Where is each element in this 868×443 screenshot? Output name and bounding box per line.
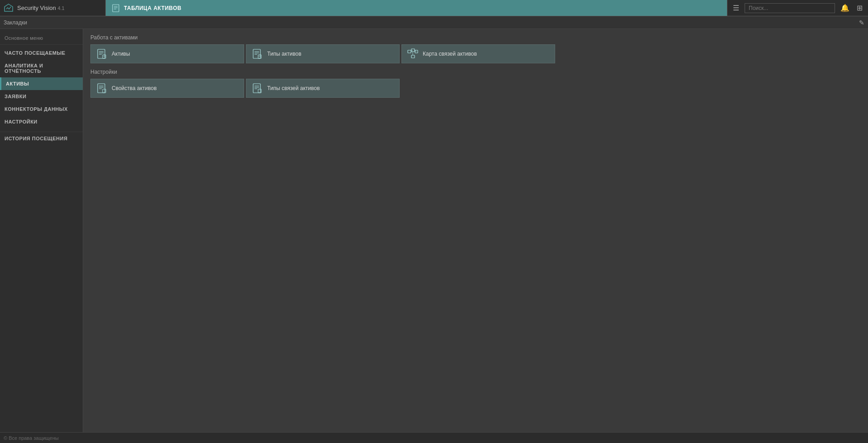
svg-rect-5 (98, 49, 105, 58)
bell-button[interactable]: 🔔 (839, 2, 851, 14)
app-title: Security Vision 4.1 (17, 5, 65, 11)
sidebar-item-requests[interactable]: ЗАЯВКИ (0, 90, 83, 103)
svg-marker-0 (5, 4, 13, 11)
tile-relation-types-label: Типы связей активов (267, 85, 320, 91)
tile-asset-props-label: Свойства активов (112, 85, 157, 91)
bookmarks-label: Закладки (4, 19, 27, 26)
hamburger-button[interactable]: ☰ (731, 2, 741, 14)
svg-rect-20 (411, 55, 415, 58)
work-section-title: Работа с активами (90, 34, 861, 41)
svg-rect-9 (103, 55, 106, 58)
active-tab: ТАБЛИЦА АКТИВОВ (106, 0, 727, 16)
tile-asset-props-icon (96, 83, 107, 94)
tile-assets-icon (96, 48, 107, 59)
top-bar: Security Vision 4.1 ТАБЛИЦА АКТИВОВ ☰ 🔔 … (0, 0, 868, 16)
tile-assets-label: Активы (112, 51, 130, 57)
svg-rect-33 (258, 89, 261, 93)
bookmarks-bar: Закладки ✎ (0, 16, 868, 29)
app-version-text: 4.1 (57, 5, 64, 11)
tile-asset-map[interactable]: Карта связей активов (401, 44, 555, 63)
logo-area: Security Vision 4.1 (0, 0, 106, 16)
logo-icon (4, 3, 14, 13)
sidebar-item-settings[interactable]: НАСТРОЙКИ (0, 115, 83, 128)
svg-rect-1 (113, 5, 119, 12)
work-tiles-row: Активы Типы активов (90, 44, 861, 63)
svg-rect-18 (411, 49, 415, 52)
svg-rect-11 (253, 49, 260, 58)
svg-rect-24 (98, 84, 105, 93)
sidebar: Основное меню ЧАСТО ПОСЕЩАЕМЫЕ АНАЛИТИКА… (0, 29, 83, 432)
svg-rect-29 (253, 84, 260, 93)
main-layout: Основное меню ЧАСТО ПОСЕЩАЕМЫЕ АНАЛИТИКА… (0, 29, 868, 432)
sidebar-item-frequent[interactable]: ЧАСТО ПОСЕЩАЕМЫЕ (0, 47, 83, 59)
sidebar-item-connectors[interactable]: КОННЕКТОРЫ ДАННЫХ (0, 103, 83, 115)
tile-relation-types[interactable]: Типы связей активов (246, 79, 400, 98)
header-right: ☰ 🔔 ⊞ (727, 0, 868, 16)
grid-button[interactable]: ⊞ (855, 2, 864, 14)
tile-asset-types[interactable]: Типы активов (246, 44, 400, 63)
edit-button[interactable]: ✎ (859, 19, 864, 26)
sidebar-item-analytics[interactable]: АНАЛИТИКА И ОТЧЁТНОСТЬ (0, 59, 83, 77)
sidebar-heading: Основное меню (0, 33, 83, 45)
settings-tiles-row: Свойства активов Типы связей активов (90, 79, 861, 98)
settings-section-title: Настройки (90, 69, 861, 75)
tile-assets[interactable]: Активы (90, 44, 244, 63)
svg-rect-17 (408, 50, 411, 53)
tile-asset-types-icon (252, 48, 263, 59)
tile-asset-props[interactable]: Свойства активов (90, 79, 244, 98)
footer-text: © Все права защищены (4, 435, 59, 441)
app-name-text: Security Vision (17, 5, 56, 11)
svg-rect-15 (258, 55, 261, 58)
tile-asset-types-label: Типы активов (267, 51, 302, 57)
footer: © Все права защищены (0, 432, 868, 443)
tab-icon (111, 4, 120, 13)
svg-rect-28 (103, 89, 106, 93)
sidebar-item-assets[interactable]: АКТИВЫ (0, 77, 83, 90)
active-tab-label: ТАБЛИЦА АКТИВОВ (124, 5, 182, 11)
content-area: Работа с активами Активы (83, 29, 868, 432)
sidebar-item-history[interactable]: ИСТОРИЯ ПОСЕЩЕНИЯ (0, 132, 83, 145)
tile-relation-types-icon (252, 83, 263, 94)
search-input[interactable] (745, 3, 835, 13)
settings-section: Настройки Свойства активов (90, 69, 861, 98)
tile-asset-map-label: Карта связей активов (423, 51, 477, 57)
tile-asset-map-icon (407, 48, 418, 59)
